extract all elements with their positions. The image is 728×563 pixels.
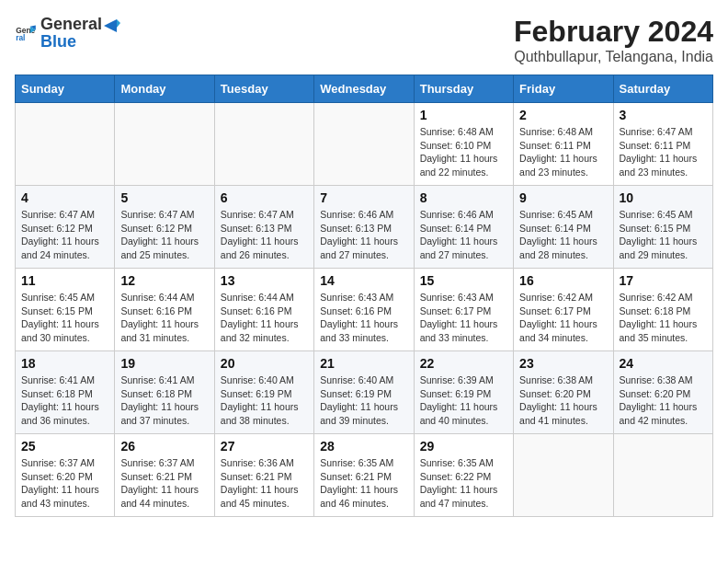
day-number: 23 — [519, 356, 607, 371]
day-info: Sunrise: 6:44 AM Sunset: 6:16 PM Dayligh… — [120, 291, 208, 345]
day-number: 21 — [320, 356, 407, 371]
day-info: Sunrise: 6:46 AM Sunset: 6:14 PM Dayligh… — [420, 208, 507, 262]
calendar-cell: 12Sunrise: 6:44 AM Sunset: 6:16 PM Dayli… — [115, 269, 214, 351]
day-number: 10 — [620, 190, 707, 205]
day-info: Sunrise: 6:41 AM Sunset: 6:18 PM Dayligh… — [21, 373, 108, 428]
day-info: Sunrise: 6:37 AM Sunset: 6:21 PM Dayligh… — [120, 456, 208, 511]
day-number: 27 — [221, 439, 308, 454]
day-info: Sunrise: 6:46 AM Sunset: 6:13 PM Dayligh… — [320, 208, 407, 262]
logo-blue-text: Blue — [40, 32, 120, 52]
header-day-wednesday: Wednesday — [314, 75, 414, 103]
week-row-1: 1Sunrise: 6:48 AM Sunset: 6:10 PM Daylig… — [16, 103, 713, 186]
header-day-friday: Friday — [514, 75, 613, 103]
calendar-subtitle: Quthbullapur, Telangana, India — [514, 49, 713, 65]
calendar-cell: 24Sunrise: 6:38 AM Sunset: 6:20 PM Dayli… — [613, 351, 712, 434]
svg-marker-4 — [104, 19, 117, 32]
day-info: Sunrise: 6:47 AM Sunset: 6:11 PM Dayligh… — [620, 125, 707, 179]
day-info: Sunrise: 6:38 AM Sunset: 6:20 PM Dayligh… — [620, 373, 707, 428]
day-info: Sunrise: 6:47 AM Sunset: 6:12 PM Dayligh… — [120, 208, 208, 262]
day-number: 26 — [120, 439, 208, 454]
calendar-cell: 16Sunrise: 6:42 AM Sunset: 6:17 PM Dayli… — [514, 269, 613, 351]
calendar-cell: 22Sunrise: 6:39 AM Sunset: 6:19 PM Dayli… — [414, 351, 513, 434]
logo: Gene ral General Blue — [15, 15, 120, 52]
calendar-header: SundayMondayTuesdayWednesdayThursdayFrid… — [16, 75, 713, 103]
day-info: Sunrise: 6:45 AM Sunset: 6:14 PM Dayligh… — [519, 208, 607, 262]
logo-general-text: General — [40, 15, 120, 34]
calendar-cell: 20Sunrise: 6:40 AM Sunset: 6:19 PM Dayli… — [214, 351, 313, 434]
day-info: Sunrise: 6:48 AM Sunset: 6:10 PM Dayligh… — [420, 125, 507, 179]
day-info: Sunrise: 6:43 AM Sunset: 6:16 PM Dayligh… — [320, 291, 407, 345]
calendar-title: February 2024 — [514, 15, 713, 49]
calendar-cell: 21Sunrise: 6:40 AM Sunset: 6:19 PM Dayli… — [314, 351, 414, 434]
day-number: 5 — [120, 190, 208, 205]
header-day-saturday: Saturday — [613, 75, 712, 103]
day-number: 13 — [221, 273, 308, 288]
page-header: Gene ral General Blue February 2024 Quth… — [15, 15, 713, 65]
calendar-cell: 28Sunrise: 6:35 AM Sunset: 6:21 PM Dayli… — [314, 434, 414, 517]
calendar-cell: 4Sunrise: 6:47 AM Sunset: 6:12 PM Daylig… — [16, 186, 115, 269]
calendar-cell — [613, 434, 712, 517]
day-number: 7 — [320, 190, 407, 205]
calendar-body: 1Sunrise: 6:48 AM Sunset: 6:10 PM Daylig… — [16, 103, 713, 517]
day-info: Sunrise: 6:38 AM Sunset: 6:20 PM Dayligh… — [519, 373, 607, 428]
calendar-cell: 25Sunrise: 6:37 AM Sunset: 6:20 PM Dayli… — [16, 434, 115, 517]
calendar-cell: 18Sunrise: 6:41 AM Sunset: 6:18 PM Dayli… — [16, 351, 115, 434]
title-section: February 2024 Quthbullapur, Telangana, I… — [514, 15, 713, 65]
day-number: 3 — [620, 108, 707, 122]
day-info: Sunrise: 6:44 AM Sunset: 6:16 PM Dayligh… — [221, 291, 308, 345]
day-number: 25 — [21, 439, 108, 454]
day-number: 4 — [21, 190, 108, 205]
day-number: 24 — [620, 356, 707, 371]
day-number: 19 — [120, 356, 208, 371]
day-info: Sunrise: 6:42 AM Sunset: 6:18 PM Dayligh… — [620, 291, 707, 345]
day-info: Sunrise: 6:36 AM Sunset: 6:21 PM Dayligh… — [221, 456, 308, 511]
day-number: 20 — [221, 356, 308, 371]
day-number: 8 — [420, 190, 507, 205]
calendar-cell: 1Sunrise: 6:48 AM Sunset: 6:10 PM Daylig… — [414, 103, 513, 186]
calendar-cell: 5Sunrise: 6:47 AM Sunset: 6:12 PM Daylig… — [115, 186, 214, 269]
day-info: Sunrise: 6:39 AM Sunset: 6:19 PM Dayligh… — [420, 373, 507, 428]
calendar-cell: 6Sunrise: 6:47 AM Sunset: 6:13 PM Daylig… — [214, 186, 313, 269]
calendar-table: SundayMondayTuesdayWednesdayThursdayFrid… — [15, 75, 713, 517]
svg-marker-5 — [117, 19, 120, 28]
calendar-cell — [514, 434, 613, 517]
day-number: 14 — [320, 273, 407, 288]
calendar-cell: 23Sunrise: 6:38 AM Sunset: 6:20 PM Dayli… — [514, 351, 613, 434]
calendar-cell: 15Sunrise: 6:43 AM Sunset: 6:17 PM Dayli… — [414, 269, 513, 351]
calendar-cell: 13Sunrise: 6:44 AM Sunset: 6:16 PM Dayli… — [214, 269, 313, 351]
calendar-cell: 7Sunrise: 6:46 AM Sunset: 6:13 PM Daylig… — [314, 186, 414, 269]
svg-text:ral: ral — [16, 33, 25, 42]
calendar-cell: 2Sunrise: 6:48 AM Sunset: 6:11 PM Daylig… — [514, 103, 613, 186]
day-number: 15 — [420, 273, 507, 288]
week-row-3: 11Sunrise: 6:45 AM Sunset: 6:15 PM Dayli… — [16, 269, 713, 351]
header-row: SundayMondayTuesdayWednesdayThursdayFrid… — [16, 75, 713, 103]
day-info: Sunrise: 6:45 AM Sunset: 6:15 PM Dayligh… — [620, 208, 707, 262]
day-info: Sunrise: 6:42 AM Sunset: 6:17 PM Dayligh… — [519, 291, 607, 345]
calendar-cell: 14Sunrise: 6:43 AM Sunset: 6:16 PM Dayli… — [314, 269, 414, 351]
calendar-cell: 29Sunrise: 6:35 AM Sunset: 6:22 PM Dayli… — [414, 434, 513, 517]
calendar-cell — [214, 103, 313, 186]
day-number: 17 — [620, 273, 707, 288]
calendar-cell — [16, 103, 115, 186]
header-day-sunday: Sunday — [16, 75, 115, 103]
calendar-cell — [314, 103, 414, 186]
calendar-cell: 3Sunrise: 6:47 AM Sunset: 6:11 PM Daylig… — [613, 103, 712, 186]
day-number: 1 — [420, 108, 507, 122]
calendar-cell: 8Sunrise: 6:46 AM Sunset: 6:14 PM Daylig… — [414, 186, 513, 269]
calendar-cell: 17Sunrise: 6:42 AM Sunset: 6:18 PM Dayli… — [613, 269, 712, 351]
calendar-cell: 11Sunrise: 6:45 AM Sunset: 6:15 PM Dayli… — [16, 269, 115, 351]
day-number: 11 — [21, 273, 108, 288]
week-row-5: 25Sunrise: 6:37 AM Sunset: 6:20 PM Dayli… — [16, 434, 713, 517]
day-info: Sunrise: 6:48 AM Sunset: 6:11 PM Dayligh… — [519, 125, 607, 179]
calendar-cell: 27Sunrise: 6:36 AM Sunset: 6:21 PM Dayli… — [214, 434, 313, 517]
day-info: Sunrise: 6:35 AM Sunset: 6:21 PM Dayligh… — [320, 456, 407, 511]
week-row-2: 4Sunrise: 6:47 AM Sunset: 6:12 PM Daylig… — [16, 186, 713, 269]
day-number: 12 — [120, 273, 208, 288]
day-number: 28 — [320, 439, 407, 454]
day-info: Sunrise: 6:35 AM Sunset: 6:22 PM Dayligh… — [420, 456, 507, 511]
day-number: 9 — [519, 190, 607, 205]
logo-icon: Gene ral — [15, 22, 37, 44]
day-info: Sunrise: 6:40 AM Sunset: 6:19 PM Dayligh… — [221, 373, 308, 428]
calendar-cell — [115, 103, 214, 186]
day-info: Sunrise: 6:47 AM Sunset: 6:12 PM Dayligh… — [21, 208, 108, 262]
